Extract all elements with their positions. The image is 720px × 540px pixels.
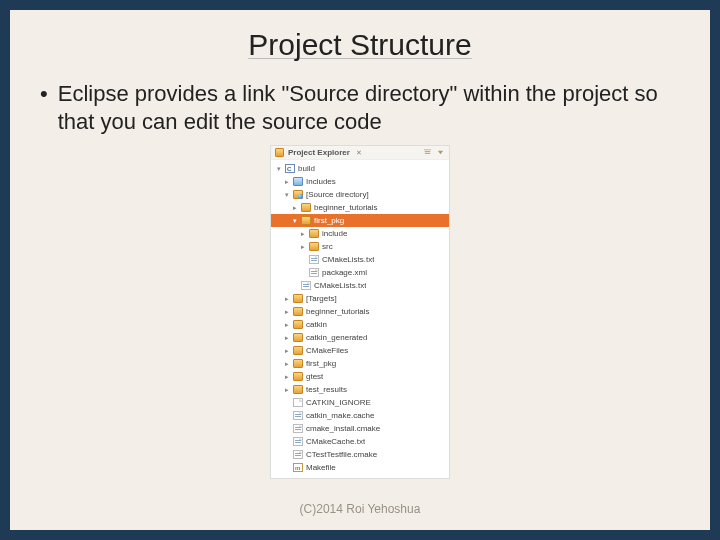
tree-node[interactable]: ▸CMakeLists.txt <box>271 253 449 266</box>
chevron-right-icon[interactable]: ▸ <box>283 384 290 395</box>
tree-node[interactable]: ▸catkin_generated <box>271 331 449 344</box>
tree-node-label: Makefile <box>306 462 336 473</box>
tree-node[interactable]: ▸CATKIN_IGNORE <box>271 396 449 409</box>
explorer-tab-label: Project Explorer <box>288 148 350 157</box>
tree-node-label: gtest <box>306 371 323 382</box>
chevron-right-icon[interactable]: ▸ <box>283 293 290 304</box>
tree-node[interactable]: ▸include <box>271 227 449 240</box>
tree-node-label: catkin_make.cache <box>306 410 374 421</box>
tree-node-label: test_results <box>306 384 347 395</box>
src-icon <box>293 177 303 186</box>
folder-shared-icon <box>293 190 303 199</box>
tree-node-label: beginner_tutorials <box>314 202 378 213</box>
chevron-down-icon[interactable]: ▾ <box>283 189 290 200</box>
tree-node[interactable]: ▸[Targets] <box>271 292 449 305</box>
tree-node-label: beginner_tutorials <box>306 306 370 317</box>
file-lines-icon <box>309 268 319 277</box>
project-explorer-panel: Project Explorer ✕ ▾build▸Includes▾[Sour… <box>270 145 450 479</box>
tree-node[interactable]: ▸src <box>271 240 449 253</box>
tree-node[interactable]: ▸CMakeCache.txt <box>271 435 449 448</box>
chevron-right-icon[interactable]: ▸ <box>283 319 290 330</box>
file-lines-icon <box>309 255 319 264</box>
tree-node[interactable]: ▸test_results <box>271 383 449 396</box>
folder-icon <box>301 203 311 212</box>
tree-node-label: package.xml <box>322 267 367 278</box>
chevron-down-icon[interactable]: ▾ <box>291 215 298 226</box>
tree-node[interactable]: ▸beginner_tutorials <box>271 201 449 214</box>
folder-icon <box>309 229 319 238</box>
chevron-right-icon[interactable]: ▸ <box>283 371 290 382</box>
chevron-right-icon[interactable]: ▸ <box>283 345 290 356</box>
chevron-right-icon[interactable]: ▸ <box>299 241 306 252</box>
tree-node-label: CMakeLists.txt <box>314 280 366 291</box>
folder-icon <box>293 307 303 316</box>
tree-node[interactable]: ▸gtest <box>271 370 449 383</box>
folder-icon <box>293 320 303 329</box>
file-lines-icon <box>293 437 303 446</box>
tree-node[interactable]: ▾[Source directory] <box>271 188 449 201</box>
bullet-dot: • <box>40 80 48 135</box>
tree-node[interactable]: ▸Makefile <box>271 461 449 474</box>
tree-node-label: CATKIN_IGNORE <box>306 397 371 408</box>
tree-root: ▾build▸Includes▾[Source directory]▸begin… <box>271 160 449 478</box>
file-lines-icon <box>293 424 303 433</box>
tree-node[interactable]: ▸package.xml <box>271 266 449 279</box>
tree-node-label: CMakeLists.txt <box>322 254 374 265</box>
folder-icon <box>309 242 319 251</box>
slide-title: Project Structure <box>40 28 680 62</box>
tree-node-label: Includes <box>306 176 336 187</box>
slide-footer: (C)2014 Roi Yehoshua <box>10 502 710 516</box>
tree-node[interactable]: ▾first_pkg <box>271 214 449 227</box>
file-lines-icon <box>301 281 311 290</box>
folder-icon <box>293 333 303 342</box>
chevron-right-icon[interactable]: ▸ <box>299 228 306 239</box>
tree-node-label: build <box>298 163 315 174</box>
tree-node[interactable]: ▸cmake_install.cmake <box>271 422 449 435</box>
close-icon[interactable]: ✕ <box>356 149 362 157</box>
collapse-all-icon[interactable] <box>423 148 432 157</box>
tree-node[interactable]: ▸CMakeLists.txt <box>271 279 449 292</box>
folder-icon <box>293 294 303 303</box>
file-lines-icon <box>293 450 303 459</box>
tree-node-label: src <box>322 241 333 252</box>
makefile-icon <box>293 463 303 472</box>
chevron-right-icon[interactable]: ▸ <box>283 176 290 187</box>
file-icon <box>293 398 303 407</box>
tree-node-label: first_pkg <box>306 358 336 369</box>
tree-node[interactable]: ▸beginner_tutorials <box>271 305 449 318</box>
tree-node-label: CMakeFiles <box>306 345 348 356</box>
folder-icon <box>301 216 311 225</box>
tree-node[interactable]: ▸Includes <box>271 175 449 188</box>
tree-node-label: CTestTestfile.cmake <box>306 449 377 460</box>
tree-node[interactable]: ▸CTestTestfile.cmake <box>271 448 449 461</box>
tree-node-label: include <box>322 228 347 239</box>
tree-node[interactable]: ▾build <box>271 162 449 175</box>
tree-node[interactable]: ▸first_pkg <box>271 357 449 370</box>
folder-icon <box>293 385 303 394</box>
tree-node-label: catkin <box>306 319 327 330</box>
view-menu-icon[interactable] <box>436 148 445 157</box>
tree-node-label: CMakeCache.txt <box>306 436 365 447</box>
tree-node-label: [Source directory] <box>306 189 369 200</box>
tree-node[interactable]: ▸catkin <box>271 318 449 331</box>
bullet-text: Eclipse provides a link "Source director… <box>58 80 680 135</box>
slide: Project Structure • Eclipse provides a l… <box>10 10 710 530</box>
tree-node[interactable]: ▸CMakeFiles <box>271 344 449 357</box>
folder-icon <box>293 372 303 381</box>
chevron-right-icon[interactable]: ▸ <box>283 332 290 343</box>
chevron-right-icon[interactable]: ▸ <box>291 202 298 213</box>
chevron-down-icon[interactable]: ▾ <box>275 163 282 174</box>
explorer-tab-icon <box>275 148 284 157</box>
bullet-item: • Eclipse provides a link "Source direct… <box>40 80 680 135</box>
chevron-right-icon[interactable]: ▸ <box>283 358 290 369</box>
tree-node-label: [Targets] <box>306 293 337 304</box>
tree-node[interactable]: ▸catkin_make.cache <box>271 409 449 422</box>
cproj-icon <box>285 164 295 173</box>
file-lines-icon <box>293 411 303 420</box>
chevron-right-icon[interactable]: ▸ <box>283 306 290 317</box>
tree-node-label: first_pkg <box>314 215 344 226</box>
tree-node-label: cmake_install.cmake <box>306 423 380 434</box>
folder-icon <box>293 346 303 355</box>
folder-icon <box>293 359 303 368</box>
explorer-header: Project Explorer ✕ <box>271 146 449 160</box>
